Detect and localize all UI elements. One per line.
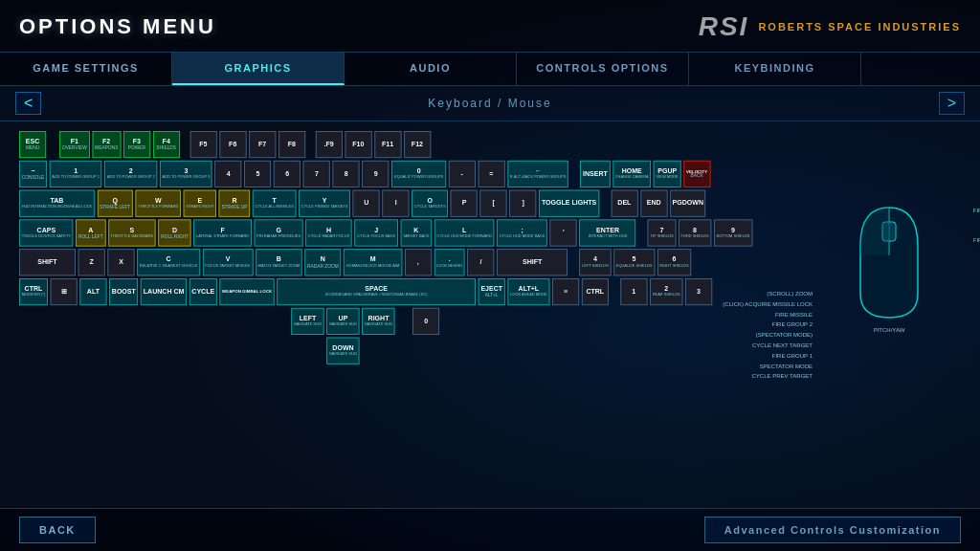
key-ctrl-left[interactable]: CTRLMODIFIER (*) — [19, 278, 48, 305]
key-cycle[interactable]: CYCLE — [189, 278, 217, 305]
key-win-left[interactable]: ⊞ — [51, 278, 78, 305]
key-numpad-5[interactable]: 5EQUALIZE SHIELDS — [613, 249, 655, 276]
key-numpad-8[interactable]: 8FORE SHIELDS — [679, 219, 711, 246]
key-numpad-4[interactable]: 4LEFT SHIELDS — [580, 249, 612, 276]
key-s[interactable]: STHROTTLE BACKWARD — [108, 219, 156, 246]
key-quote[interactable]: ' — [550, 219, 577, 246]
key-b[interactable]: BMATCH TARGET ZOOM — [256, 249, 302, 276]
key-space[interactable]: SPACESCOREBOARD SPACEBRAVE / NEWTONIAN B… — [277, 278, 476, 305]
key-u[interactable]: U — [353, 190, 380, 217]
key-minus[interactable]: - — [449, 161, 476, 187]
key-comma[interactable]: , — [405, 249, 432, 276]
key-f11[interactable]: F11 — [374, 131, 401, 158]
key-w[interactable]: WTHROTTLE FORWARD — [136, 190, 182, 217]
key-a[interactable]: AROLL LEFT — [76, 219, 105, 246]
key-insert[interactable]: INSERT — [580, 161, 610, 187]
key-arrow-down[interactable]: DOWNNAVIGATE HUD — [326, 338, 359, 364]
key-j[interactable]: JCYCLE FOCUS BACK — [354, 219, 397, 246]
key-m[interactable]: MHOMAS/UNLOCK MOUSE AIM — [344, 249, 402, 276]
key-f3[interactable]: F3POWER — [123, 131, 150, 158]
key-r[interactable]: RSTRAFE UP — [219, 190, 250, 217]
key-bracket-l[interactable]: [ — [480, 190, 507, 217]
key-f10[interactable]: F10 — [345, 131, 371, 158]
key-launch[interactable]: LAUNCH CM — [141, 278, 187, 305]
key-h[interactable]: HCYCLE RADAR FOCUS — [305, 219, 351, 246]
key-0[interactable]: 0EQUALIZ POWER GROUPS — [391, 161, 446, 187]
key-equals[interactable]: = — [478, 161, 504, 187]
key-arrow-right[interactable]: RIGHTNAVIGATE HUD — [362, 308, 394, 335]
key-k[interactable]: KTARGET BACK — [400, 219, 432, 246]
key-backslash[interactable]: TOGGLE LIGHTS — [539, 190, 599, 217]
key-y[interactable]: YCYCLE PINNED TARGETS — [299, 190, 350, 217]
key-numpad-7[interactable]: 7TIP SHIELDS — [648, 219, 676, 246]
key-backtick[interactable]: ~CONSOLE — [19, 161, 47, 187]
key-shift-right[interactable]: SHIFT — [497, 249, 568, 276]
key-numpad-3[interactable]: 3 — [685, 278, 712, 305]
key-d[interactable]: DROLL RIGHT — [159, 219, 191, 246]
key-numpad-2[interactable]: 2REAR SHIELDS — [650, 278, 682, 305]
key-f1[interactable]: F1OVERVIEW — [59, 131, 89, 158]
key-semicolon[interactable]: ;CYCLE HUD MODE BACK — [497, 219, 547, 246]
key-7[interactable]: 7 — [303, 161, 330, 187]
key-caps[interactable]: CAPSTOGGLE DCS/FCS SAFETY — [19, 219, 74, 246]
key-velocity[interactable]: VELOCITYBACK — [683, 161, 710, 187]
key-x[interactable]: X — [107, 249, 134, 276]
key-g[interactable]: GPIN RADAR FRIENDLIES — [255, 219, 303, 246]
key-f7[interactable]: F7 — [249, 131, 276, 158]
key-f6[interactable]: F6 — [219, 131, 246, 158]
key-z[interactable]: Z — [78, 249, 105, 276]
key-tab[interactable]: TABHUD INTERACTION MODE/HEAD LOCK — [19, 190, 95, 217]
key-numpad-0[interactable]: 0 — [412, 308, 439, 335]
key-3[interactable]: 3ADD TO POWER GROUP 3 — [160, 161, 212, 187]
key-8[interactable]: 8 — [333, 161, 360, 187]
key-o[interactable]: OCYCLE TARGETS — [412, 190, 448, 217]
key-p[interactable]: P — [451, 190, 478, 217]
key-9[interactable]: 9 — [363, 161, 390, 187]
key-f5[interactable]: F5 — [189, 131, 216, 158]
key-enter[interactable]: ENTERINTERACT WITH HUD — [580, 219, 636, 246]
key-1[interactable]: 1ADD TO POWER GROUP 1 — [50, 161, 102, 187]
key-pgup[interactable]: PGUPVIEW MODE — [654, 161, 680, 187]
key-ctrl-right[interactable]: CTRL — [582, 278, 609, 305]
key-eject[interactable]: EJECTALT+L — [479, 278, 505, 305]
key-pgdn[interactable]: PGDOWN — [670, 190, 706, 217]
key-arrow-up[interactable]: UPNAVIGATE HUD — [326, 308, 359, 335]
key-t[interactable]: TCYCLE ALL MISSILES — [253, 190, 297, 217]
key-e[interactable]: ESTRAFE RIGHT — [184, 190, 216, 217]
key-q[interactable]: QSTRAFE LEFT — [97, 190, 133, 217]
keyboard-layout: ESCMENU F1OVERVIEW F2WEAPONS F3POWER F4S… — [19, 131, 752, 366]
key-alt-left[interactable]: ALT — [79, 278, 106, 305]
key-boost[interactable]: BOOST — [109, 278, 138, 305]
key-l[interactable]: LCYCLE HUD MODE FORWARD — [434, 219, 494, 246]
key-f12[interactable]: F12 — [404, 131, 431, 158]
key-numpad-1[interactable]: 1 — [620, 278, 647, 305]
key-end[interactable]: END — [640, 190, 667, 217]
key-numpad-9[interactable]: 9BOTTOM SHIELDS — [714, 219, 752, 246]
key-f[interactable]: FLATERAL STRAFE FORWARD — [193, 219, 252, 246]
key-c[interactable]: CRELATIVE C NEAREST VEHICLE — [137, 249, 200, 276]
key-5[interactable]: 5 — [244, 161, 271, 187]
key-period[interactable]: .LOOK BEHIND — [434, 249, 464, 276]
key-f9[interactable]: .F9 — [315, 131, 342, 158]
key-shift-left[interactable]: SHIFT — [19, 249, 76, 276]
key-arrow-left[interactable]: LEFTNAVIGATE HUD — [291, 308, 323, 335]
key-v[interactable]: VFOCUS TARGET MISSILE — [203, 249, 254, 276]
key-6[interactable]: 6 — [274, 161, 301, 187]
key-f8[interactable]: F8 — [278, 131, 305, 158]
key-esc[interactable]: ESCMENU — [19, 131, 46, 158]
key-del[interactable]: DEL — [611, 190, 637, 217]
key-slash[interactable]: / — [467, 249, 494, 276]
key-bracket-r[interactable]: ] — [510, 190, 537, 217]
key-n[interactable]: NRADAR ZOOM — [304, 249, 341, 276]
key-weapon-gimbal[interactable]: WEAPON GIMBAL LOCK — [219, 278, 274, 305]
key-home[interactable]: HOMECHANGE CAMERA — [612, 161, 651, 187]
key-4[interactable]: 4 — [215, 161, 242, 187]
key-2[interactable]: 2ADD TO POWER GROUP 2 — [104, 161, 157, 187]
key-context[interactable]: ≡ — [552, 278, 579, 305]
key-numpad-6[interactable]: 6RIGHT SHIELDS — [657, 249, 692, 276]
key-altm[interactable]: ALT+LLOOK AHEAD MODE — [507, 278, 549, 305]
key-backspace[interactable]: ←R-ALT+BACK POWER GROUPS — [507, 161, 568, 187]
key-i[interactable]: I — [383, 190, 410, 217]
key-f2[interactable]: F2WEAPONS — [92, 131, 121, 158]
key-f4[interactable]: F4SHIELDS — [153, 131, 180, 158]
